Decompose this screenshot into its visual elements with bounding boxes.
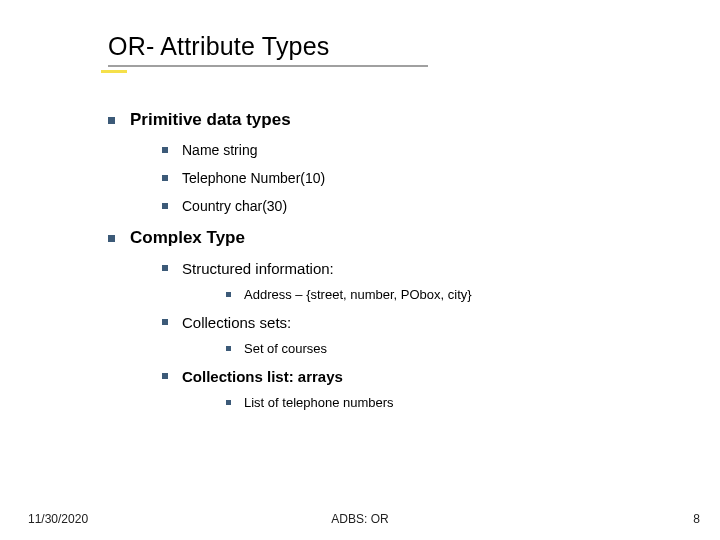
title-accent-bar [101,70,127,73]
list-item: Country char(30) [160,198,658,214]
item-text: Set of courses [244,341,327,356]
subsection-structured: Structured information: Address – {stree… [160,260,658,302]
section-primitive: Primitive data types Name string Telepho… [108,110,658,214]
slide: OR- Attribute Types Primitive data types… [0,0,720,540]
item-text: List of telephone numbers [244,395,394,410]
item-text: Country char(30) [182,198,287,214]
list-item: Set of courses [222,341,658,356]
list-item: Address – {street, number, PObox, city} [222,287,658,302]
subsection-heading: Collections list: arrays [182,368,343,385]
list-item: Name string [160,142,658,158]
subsection-heading: Collections sets: [182,314,291,331]
page-title: OR- Attribute Types [108,32,428,61]
subsection-collections-sets: Collections sets: Set of courses [160,314,658,356]
title-underline [108,65,428,67]
section-heading: Primitive data types [130,110,291,129]
subsection-collections-list: Collections list: arrays List of telepho… [160,368,658,410]
section-complex: Complex Type Structured information: Add… [108,228,658,410]
item-text: Address – {street, number, PObox, city} [244,287,472,302]
footer-center: ADBS: OR [0,512,720,526]
footer-page-number: 8 [693,512,700,526]
item-text: Telephone Number(10) [182,170,325,186]
list-item: Telephone Number(10) [160,170,658,186]
body-content: Primitive data types Name string Telepho… [108,110,658,424]
title-block: OR- Attribute Types [108,32,428,67]
section-heading: Complex Type [130,228,245,247]
list-item: List of telephone numbers [222,395,658,410]
item-text: Name string [182,142,257,158]
subsection-heading: Structured information: [182,260,334,277]
